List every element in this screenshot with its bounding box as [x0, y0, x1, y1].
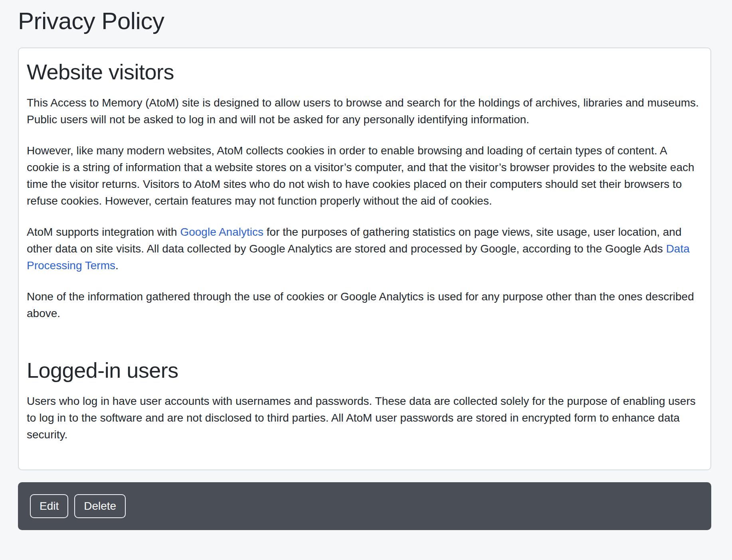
- paragraph-analytics: AtoM supports integration with Google An…: [27, 224, 699, 274]
- paragraph-no-other-use: None of the information gathered through…: [27, 288, 699, 322]
- paragraph-text: .: [115, 259, 119, 272]
- paragraph-site-purpose: This Access to Memory (AtoM) site is des…: [27, 95, 699, 128]
- paragraph-text: AtoM supports integration with: [27, 226, 180, 238]
- google-analytics-link[interactable]: Google Analytics: [180, 226, 263, 238]
- edit-button[interactable]: Edit: [30, 494, 68, 518]
- privacy-policy-page: Privacy Policy Website visitors This Acc…: [0, 0, 732, 560]
- section-heading-logged-in-users: Logged-in users: [27, 357, 700, 383]
- page-title: Privacy Policy: [18, 7, 711, 35]
- delete-button[interactable]: Delete: [74, 494, 126, 518]
- content-card: Website visitors This Access to Memory (…: [18, 47, 711, 470]
- paragraph-cookies: However, like many modern websites, AtoM…: [27, 142, 699, 209]
- paragraph-user-accounts: Users who log in have user accounts with…: [27, 393, 699, 443]
- actions-bar: Edit Delete: [18, 482, 711, 530]
- section-heading-website-visitors: Website visitors: [27, 59, 700, 85]
